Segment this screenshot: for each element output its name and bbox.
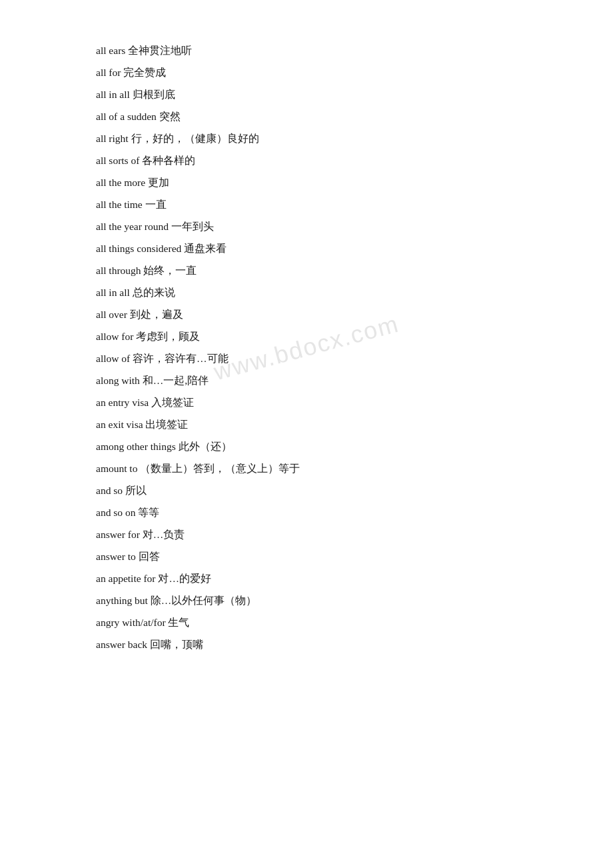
list-item: all of a sudden 突然 xyxy=(96,106,517,127)
list-item: all right 行，好的，（健康）良好的 xyxy=(96,128,517,149)
list-item: answer for 对…负责 xyxy=(96,524,517,545)
list-item: all in all 总的来说 xyxy=(96,282,517,303)
list-item: and so 所以 xyxy=(96,480,517,501)
list-item: all ears 全神贯注地听 xyxy=(96,40,517,61)
list-item: all through 始终，一直 xyxy=(96,260,517,281)
list-item: all in all 归根到底 xyxy=(96,84,517,105)
list-item: an entry visa 入境签证 xyxy=(96,392,517,413)
list-item: along with 和…一起,陪伴 xyxy=(96,370,517,391)
list-item: allow of 容许，容许有…可能 xyxy=(96,348,517,369)
list-item: allow for 考虑到，顾及 xyxy=(96,326,517,347)
list-item: all the time 一直 xyxy=(96,194,517,215)
list-item: all the year round 一年到头 xyxy=(96,216,517,237)
list-item: angry with/at/for 生气 xyxy=(96,612,517,633)
list-item: all for 完全赞成 xyxy=(96,62,517,83)
list-item: all the more 更加 xyxy=(96,172,517,193)
list-item: all sorts of 各种各样的 xyxy=(96,150,517,171)
list-item: and so on 等等 xyxy=(96,502,517,523)
entries-list: all ears 全神贯注地听all for 完全赞成all in all 归根… xyxy=(96,40,517,655)
list-item: an appetite for 对…的爱好 xyxy=(96,568,517,589)
list-item: among other things 此外（还） xyxy=(96,436,517,457)
list-item: all things considered 通盘来看 xyxy=(96,238,517,259)
list-item: anything but 除…以外任何事（物） xyxy=(96,590,517,611)
list-item: all over 到处，遍及 xyxy=(96,304,517,325)
list-item: an exit visa 出境签证 xyxy=(96,414,517,435)
page-content: www.bdocx.com all ears 全神贯注地听all for 完全赞… xyxy=(0,0,613,696)
list-item: answer to 回答 xyxy=(96,546,517,567)
list-item: amount to （数量上）答到，（意义上）等于 xyxy=(96,458,517,479)
list-item: answer back 回嘴，顶嘴 xyxy=(96,634,517,655)
